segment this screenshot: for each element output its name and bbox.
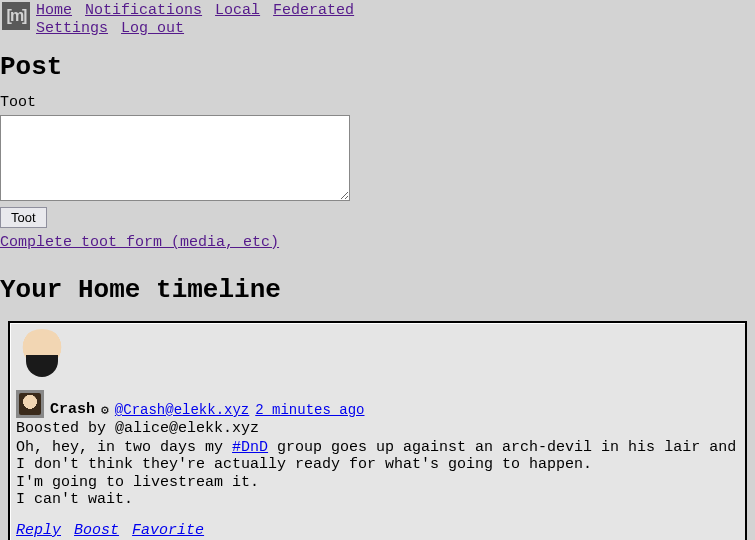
status-card: Crash ⚙ @Crash@elekk.xyz 2 minutes ago B… [8, 321, 747, 540]
toot-submit-button[interactable]: Toot [0, 207, 47, 228]
status-text-pre: Oh, hey, in two days my [16, 439, 232, 456]
app-logo: [m] [2, 2, 30, 30]
status-line-3: I can't wait. [16, 491, 133, 508]
boosted-by: Boosted by @alice@elekk.xyz [16, 420, 739, 437]
booster-avatar[interactable] [16, 390, 44, 418]
timeline-heading: Your Home timeline [0, 275, 755, 305]
timestamp-link[interactable]: 2 minutes ago [255, 402, 364, 418]
account-handle[interactable]: @Crash@elekk.xyz [115, 402, 249, 418]
gear-icon: ⚙ [101, 402, 109, 418]
favorite-link[interactable]: Favorite [132, 522, 204, 539]
display-name: Crash [50, 401, 95, 418]
status-line-2: I'm going to livestream it. [16, 474, 259, 491]
boost-link[interactable]: Boost [74, 522, 119, 539]
primary-nav: Home Notifications Local Federated Setti… [36, 2, 358, 38]
toot-textarea[interactable] [0, 115, 350, 201]
nav-logout[interactable]: Log out [121, 20, 184, 37]
complete-form-link[interactable]: Complete toot form (media, etc) [0, 234, 279, 251]
nav-local[interactable]: Local [215, 2, 260, 19]
hashtag-link[interactable]: #DnD [232, 439, 268, 456]
avatar[interactable] [16, 329, 68, 381]
nav-notifications[interactable]: Notifications [85, 2, 202, 19]
mastodon-icon: [m] [7, 7, 26, 25]
status-content: Oh, hey, in two days my #DnD group goes … [16, 439, 739, 508]
status-actions: Reply Boost Favorite [16, 522, 739, 539]
nav-settings[interactable]: Settings [36, 20, 108, 37]
reply-link[interactable]: Reply [16, 522, 61, 539]
nav-home[interactable]: Home [36, 2, 72, 19]
toot-label: Toot [0, 94, 755, 111]
post-heading: Post [0, 52, 755, 82]
nav-federated[interactable]: Federated [273, 2, 354, 19]
